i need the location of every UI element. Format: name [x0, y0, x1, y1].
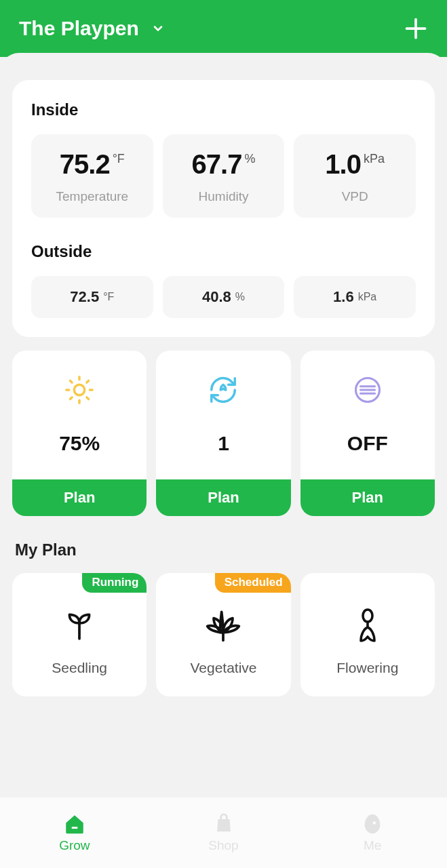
status-badge: Scheduled [215, 573, 291, 593]
device-value: 1 [218, 432, 229, 455]
sun-icon [64, 370, 95, 410]
filter-icon [353, 370, 382, 410]
plans-row: Running Seedling Scheduled Vegetative Fl… [12, 573, 435, 696]
metric-temperature[interactable]: 75.2 °F Temperature [31, 134, 153, 218]
metric-value: 75.2 [60, 149, 110, 180]
main-content: Inside 75.2 °F Temperature 67.7 % Humidi… [0, 53, 447, 812]
sensor-card: Inside 75.2 °F Temperature 67.7 % Humidi… [12, 80, 435, 337]
metric-name: Humidity [199, 189, 249, 204]
outside-value: 1.6 [333, 288, 354, 306]
inside-metrics-row: 75.2 °F Temperature 67.7 % Humidity 1.0 … [31, 134, 416, 218]
device-value: OFF [347, 432, 388, 455]
outside-unit: kPa [358, 291, 377, 303]
svg-point-2 [74, 384, 84, 395]
tab-grow[interactable]: Grow [0, 797, 149, 868]
tab-label: Grow [59, 838, 90, 853]
metric-value: 67.7 [192, 149, 242, 180]
metric-name: VPD [342, 189, 368, 204]
outside-temperature[interactable]: 72.5 °F [31, 276, 153, 318]
metric-value: 1.0 [325, 149, 361, 180]
outside-unit: % [235, 291, 245, 303]
outside-unit: °F [103, 291, 114, 303]
plan-button[interactable]: Plan [12, 479, 147, 516]
svg-rect-15 [72, 827, 78, 829]
outside-humidity[interactable]: 40.8 % [163, 276, 285, 318]
app-header: The Playpen [0, 0, 447, 57]
grow-icon [63, 812, 86, 835]
leaf-icon [204, 603, 242, 646]
chevron-down-icon [151, 22, 165, 35]
my-plan-label: My Plan [15, 540, 432, 559]
metric-name: Temperature [56, 189, 129, 204]
flowering-icon [351, 603, 385, 646]
tab-label: Shop [208, 838, 238, 853]
location-title: The Playpen [19, 17, 139, 40]
plan-vegetative[interactable]: Scheduled Vegetative [156, 573, 290, 696]
svg-line-10 [87, 380, 89, 382]
status-badge: Running [82, 573, 147, 593]
plan-flowering[interactable]: Flowering [300, 573, 435, 696]
tab-me[interactable]: Me [298, 797, 447, 868]
plan-name: Vegetative [190, 660, 256, 676]
device-circulation[interactable]: 1 Plan [156, 351, 290, 516]
svg-line-6 [87, 397, 89, 399]
outside-value: 40.8 [202, 288, 231, 306]
plan-button[interactable]: Plan [300, 479, 435, 516]
metric-humidity[interactable]: 67.7 % Humidity [163, 134, 285, 218]
outside-metrics-row: 72.5 °F 40.8 % 1.6 kPa [31, 276, 416, 318]
location-selector[interactable]: The Playpen [19, 17, 165, 40]
plan-button[interactable]: Plan [156, 479, 290, 516]
plan-name: Flowering [336, 660, 398, 676]
tab-bar: Grow Shop Me [0, 797, 447, 868]
seedling-icon [62, 603, 96, 646]
svg-line-5 [71, 380, 73, 382]
metric-vpd[interactable]: 1.0 kPa VPD [294, 134, 416, 218]
outside-label: Outside [31, 242, 416, 261]
metric-unit: % [244, 152, 255, 166]
me-icon [361, 812, 384, 835]
devices-row: 75% Plan 1 Plan OFF Plan [12, 351, 435, 516]
plan-seedling[interactable]: Running Seedling [12, 573, 147, 696]
inside-label: Inside [31, 100, 416, 119]
device-light[interactable]: 75% Plan [12, 351, 147, 516]
tab-shop[interactable]: Shop [149, 797, 298, 868]
svg-line-9 [71, 397, 73, 399]
plan-name: Seedling [52, 660, 107, 676]
metric-unit: kPa [364, 152, 385, 166]
outside-value: 72.5 [70, 288, 99, 306]
shop-icon [212, 812, 235, 835]
add-icon[interactable] [404, 16, 428, 41]
circulate-icon [208, 370, 239, 410]
device-filter[interactable]: OFF Plan [300, 351, 435, 516]
device-value: 75% [59, 432, 100, 455]
metric-unit: °F [113, 152, 125, 166]
tab-label: Me [364, 838, 381, 853]
outside-vpd[interactable]: 1.6 kPa [294, 276, 416, 318]
svg-point-16 [373, 821, 376, 825]
